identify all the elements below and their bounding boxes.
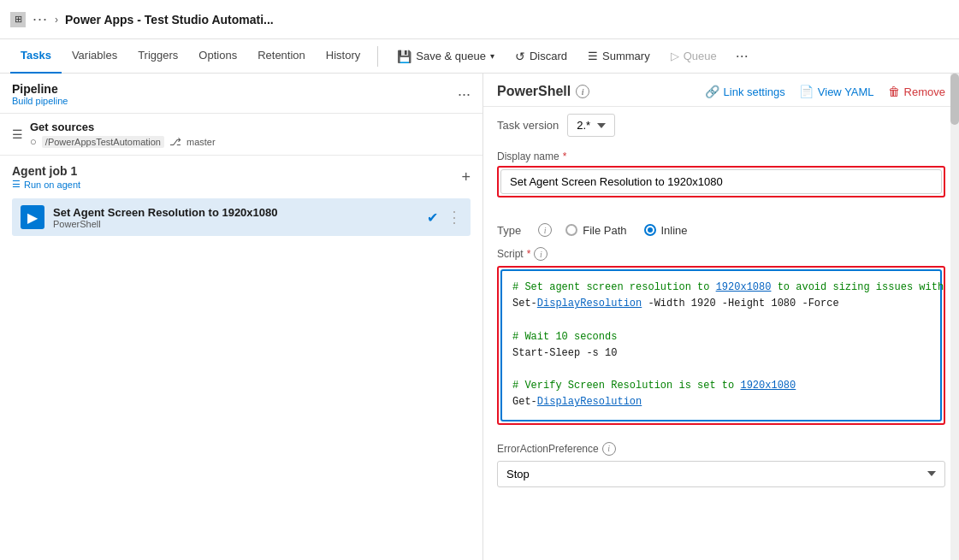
error-action-label-text: ErrorActionPreference <box>497 443 599 455</box>
link-displayresolution-2[interactable]: DisplayResolution <box>537 396 642 408</box>
link-settings-label: Link settings <box>724 85 785 98</box>
type-radio-group: File Path Inline <box>565 224 687 237</box>
task-drag-handle[interactable]: ⋮ <box>447 208 462 227</box>
script-section: Script * i # Set agent screen resolution… <box>483 244 959 435</box>
script-editor[interactable]: # Set agent screen resolution to 1920x10… <box>500 269 942 421</box>
script-label-text: Script <box>497 248 524 260</box>
nav-more-button[interactable]: ··· <box>729 44 755 68</box>
error-action-label: ErrorActionPreference i <box>497 442 945 456</box>
link-1920x1080-2[interactable]: 1920x1080 <box>740 380 796 392</box>
link-displayresolution-1[interactable]: DisplayResolution <box>537 298 642 309</box>
agent-job-title-group: Agent job 1 ☰ Run on agent <box>12 164 80 190</box>
repo-icon: ○ <box>30 135 37 148</box>
script-line-8: Get-DisplayResolution <box>512 394 930 410</box>
remove-button[interactable]: 🗑 Remove <box>888 85 945 98</box>
top-bar-more-button[interactable]: ··· <box>33 10 48 28</box>
nav-item-variables[interactable]: Variables <box>62 39 127 74</box>
script-line-2: Set-DisplayResolution -Width 1920 -Heigh… <box>512 296 930 312</box>
scrollbar-thumb[interactable] <box>950 74 959 125</box>
radio-file-path[interactable]: File Path <box>565 224 626 237</box>
agent-job-header: Agent job 1 ☰ Run on agent + <box>12 164 471 190</box>
branch-icon: ⎇ <box>169 136 181 148</box>
radio-inline[interactable]: Inline <box>644 224 688 237</box>
save-queue-label: Save & queue <box>416 50 486 62</box>
type-info-icon[interactable]: i <box>538 223 552 237</box>
error-action-section: ErrorActionPreference i Stop <box>483 435 959 494</box>
nav-item-history[interactable]: History <box>316 39 370 74</box>
top-bar: ⊞ ··· › Power Apps - Test Studio Automat… <box>0 0 959 39</box>
error-action-select[interactable]: Stop <box>497 461 945 487</box>
radio-inline-circle <box>644 224 656 236</box>
agent-icon: ☰ <box>12 179 21 190</box>
queue-button[interactable]: ▷ Queue <box>662 45 725 67</box>
task-icon: ▶ <box>21 205 44 229</box>
task-check-icon: ✔ <box>427 209 438 226</box>
error-action-select-wrap: Stop <box>497 461 945 487</box>
view-yaml-icon: 📄 <box>799 85 814 98</box>
add-task-button[interactable]: + <box>461 168 471 186</box>
remove-icon: 🗑 <box>888 85 900 98</box>
save-icon: 💾 <box>397 50 411 63</box>
link-1920x1080-1[interactable]: 1920x1080 <box>716 281 772 293</box>
link-settings-button[interactable]: 🔗 Link settings <box>705 85 785 98</box>
agent-job-title: Agent job 1 <box>12 164 80 178</box>
left-panel: Pipeline Build pipeline ··· ☰ Get source… <box>0 74 483 560</box>
save-queue-button[interactable]: 💾 Save & queue ▾ <box>388 45 503 68</box>
script-label: Script * i <box>497 247 945 261</box>
powershell-info-icon[interactable]: i <box>576 85 589 98</box>
queue-icon: ▷ <box>671 50 679 62</box>
build-pipeline-link[interactable]: Build pipeline <box>12 96 68 106</box>
display-name-required: * <box>563 150 567 162</box>
summary-button[interactable]: ☰ Summary <box>579 45 659 67</box>
radio-file-path-label: File Path <box>583 224 626 237</box>
breadcrumb-chevron: › <box>55 14 58 26</box>
display-name-field-wrap <box>497 166 945 197</box>
page-title: Power Apps - Test Studio Automati... <box>65 13 274 27</box>
display-name-input[interactable] <box>500 169 942 194</box>
pipeline-header: Pipeline Build pipeline ··· <box>0 74 482 114</box>
get-sources-branch: master <box>186 137 216 147</box>
queue-label: Queue <box>684 50 717 62</box>
get-sources-content: Get sources ○ /PowerAppsTestAutomation ⎇… <box>30 121 471 148</box>
nav-item-options[interactable]: Options <box>188 39 247 74</box>
get-sources-meta: ○ /PowerAppsTestAutomation ⎇ master <box>30 135 471 148</box>
script-info-icon[interactable]: i <box>534 247 548 261</box>
save-queue-chevron[interactable]: ▾ <box>490 51 494 61</box>
get-sources-label: Get sources <box>30 121 471 133</box>
nav-item-tasks[interactable]: Tasks <box>10 39 62 74</box>
pipeline-title: Pipeline <box>12 82 68 96</box>
display-name-label: Display name * <box>497 150 945 162</box>
right-actions: 🔗 Link settings 📄 View YAML 🗑 Remove <box>705 85 945 98</box>
task-info: Set Agent Screen Resolution to 1920x1080… <box>53 206 418 229</box>
display-name-row: Display name * <box>497 150 945 197</box>
task-version-row: Task version 2.* <box>483 107 959 140</box>
task-item-powershell[interactable]: ▶ Set Agent Screen Resolution to 1920x10… <box>12 198 471 236</box>
error-action-info-icon[interactable]: i <box>602 442 616 456</box>
discard-button[interactable]: ↺ Discard <box>506 45 576 68</box>
radio-file-path-circle <box>565 224 577 236</box>
remove-label: Remove <box>904 85 945 98</box>
powershell-title-text: PowerShell <box>497 84 571 99</box>
nav-actions: 💾 Save & queue ▾ ↺ Discard ☰ Summary ▷ Q… <box>388 44 755 68</box>
script-line-1: # Set agent screen resolution to 1920x10… <box>512 280 930 296</box>
nav-item-triggers[interactable]: Triggers <box>127 39 188 74</box>
get-sources-expand-icon[interactable]: ☰ <box>12 127 23 141</box>
right-panel: PowerShell i 🔗 Link settings 📄 View YAML… <box>483 74 959 560</box>
view-yaml-button[interactable]: 📄 View YAML <box>799 85 874 98</box>
nav-item-retention[interactable]: Retention <box>247 39 316 74</box>
script-line-4: # Wait 10 seconds <box>512 329 930 345</box>
agent-job-subtitle: ☰ Run on agent <box>12 179 80 190</box>
get-sources-section: ☰ Get sources ○ /PowerAppsTestAutomation… <box>0 114 482 156</box>
type-label: Type <box>497 224 521 237</box>
main-layout: Pipeline Build pipeline ··· ☰ Get source… <box>0 74 959 560</box>
script-required: * <box>527 248 531 260</box>
task-version-select[interactable]: 2.* <box>567 114 615 137</box>
powershell-icon: ▶ <box>27 209 38 226</box>
pipeline-more-button[interactable]: ··· <box>458 85 471 103</box>
app-icon: ⊞ <box>10 12 26 27</box>
script-line-7: # Verify Screen Resolution is set to 192… <box>512 378 930 394</box>
display-name-section: Display name * <box>483 140 959 220</box>
task-version-label: Task version <box>497 119 559 132</box>
right-panel-title: PowerShell i <box>497 84 589 99</box>
summary-icon: ☰ <box>588 50 598 62</box>
